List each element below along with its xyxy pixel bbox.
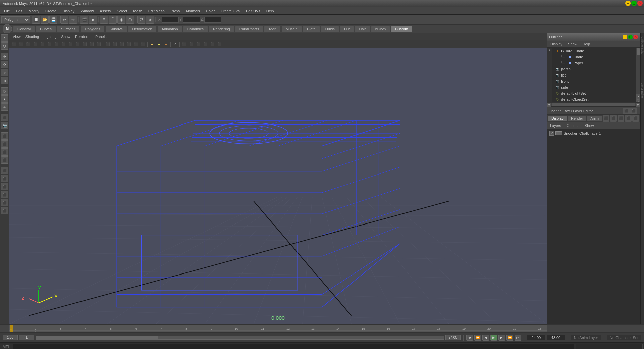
vp-icon-19[interactable]: ⬛ [140, 41, 146, 48]
shelf-tab-subdivs[interactable]: Subdivs [106, 26, 127, 32]
range-slider[interactable] [36, 336, 444, 340]
prev-key-button[interactable]: ⏪ [474, 335, 481, 341]
outliner-scrollbar[interactable]: ▼ ▽ [636, 48, 640, 102]
outliner-scroll-left[interactable]: ◀ [547, 103, 551, 107]
shelf-tab-muscle[interactable]: Muscle [282, 26, 302, 32]
vp-icon-14[interactable]: ⬛ [104, 41, 111, 48]
vp-icon-4[interactable]: ⬛ [32, 41, 39, 48]
vp-icon-light1[interactable]: ● [156, 41, 162, 48]
menu-item-window[interactable]: Window [78, 8, 96, 14]
menu-item-modify[interactable]: Modify [26, 8, 42, 14]
next-key-button[interactable]: ⏩ [506, 335, 513, 341]
vp-icon-light2[interactable]: ● [163, 41, 169, 48]
tool-21[interactable]: ⬛ [1, 199, 8, 206]
tool-18[interactable]: ⬛ [1, 175, 8, 182]
outliner-scroll-down[interactable]: ▼ [636, 94, 640, 98]
sculpt-tool[interactable]: ▲ [1, 95, 8, 103]
shelf-tab-painteffects[interactable]: PaintEffects [235, 26, 263, 32]
snap-curve-button[interactable]: ⌒ [109, 16, 117, 24]
cb-btn-2[interactable]: ⬛ [630, 108, 637, 114]
outliner-item-default-object-set[interactable]: ⬡ defaultObjectSet [552, 96, 636, 102]
shelf-tab-surfaces[interactable]: Surfaces [57, 26, 79, 32]
anim-end-field[interactable] [547, 335, 565, 340]
character-set-selector[interactable]: No Character Set [607, 335, 641, 340]
tool-20[interactable]: ⬛ [1, 191, 8, 198]
outliner-show-menu[interactable]: Show [566, 42, 579, 46]
maximize-button[interactable]: □ [631, 1, 637, 6]
close-button[interactable]: ✕ [637, 1, 643, 6]
tool-22[interactable]: ⬛ [1, 207, 8, 214]
outliner-maximize-button[interactable]: □ [628, 35, 633, 39]
tool-14[interactable]: ⬛ [1, 140, 8, 148]
render-button[interactable]: 🎬 [80, 16, 88, 24]
cb-btn-1[interactable]: ⬛ [623, 108, 630, 114]
vp-icon-22[interactable]: ⬛ [195, 41, 202, 48]
layer-row-snooker-chalk[interactable]: V Snooker_Chalk_layer1 [548, 130, 639, 136]
outliner-scroll-right[interactable]: ▶ [636, 103, 640, 107]
vp-icon-18[interactable]: ⬛ [132, 41, 139, 48]
outliner-item-paper[interactable]: └─ ◼ Paper [552, 60, 636, 66]
shelf-tab-cloth[interactable]: Cloth [303, 26, 320, 32]
menu-item-file[interactable]: File [1, 8, 13, 14]
vp-icon-7[interactable]: ⬛ [53, 41, 60, 48]
step-back-button[interactable]: ◀ [482, 335, 489, 341]
universal-tool[interactable]: ⊕ [1, 77, 8, 84]
menu-item-select[interactable]: Select [114, 8, 130, 14]
vp-icon-15[interactable]: ⬛ [111, 41, 118, 48]
select-tool[interactable]: ↖ [1, 34, 8, 42]
vp-icon-1[interactable]: ⬛ [11, 41, 17, 48]
cb-extra-btn-1[interactable]: ⬛ [603, 115, 609, 122]
outliner-scrollbar-thumb[interactable] [637, 48, 640, 55]
viewport-canvas[interactable]: X Y Z 0.000 [9, 48, 547, 324]
vp-icon-25[interactable]: ⬛ [216, 41, 223, 48]
menu-item-normals[interactable]: Normals [183, 8, 203, 14]
menu-item-help[interactable]: Help [264, 8, 277, 14]
cb-extra-btn-4[interactable]: ⬛ [625, 115, 632, 122]
scale-tool[interactable]: ⤢ [1, 69, 8, 76]
menu-item-edit[interactable]: Edit [13, 8, 25, 14]
camera-tool[interactable]: 📷 [1, 122, 8, 129]
minimize-button[interactable]: ─ [625, 1, 631, 6]
mode-selector[interactable]: Polygons Surfaces Dynamics Rendering Ani… [1, 16, 30, 23]
snap-grid-button[interactable]: ⊞ [100, 16, 108, 24]
range-start-field[interactable]: 1.00 [3, 335, 18, 340]
shelf-tab-fur[interactable]: Fur [340, 26, 354, 32]
tool-17[interactable]: ⬛ [1, 167, 8, 174]
menu-item-assets[interactable]: Assets [97, 8, 113, 14]
vp-icon-9[interactable]: ⬛ [67, 41, 74, 48]
lasso-tool[interactable]: ⬡ [1, 42, 8, 50]
menu-item-create-uvs[interactable]: Create UVs [218, 8, 243, 14]
anim-layer-selector[interactable]: No Anim Layer [571, 335, 601, 340]
menu-item-edit-uvs[interactable]: Edit UVs [243, 8, 263, 14]
vp-icon-16[interactable]: ⬛ [118, 41, 125, 48]
open-button[interactable]: 📂 [41, 16, 49, 24]
shelf-tab-animation[interactable]: Animation [158, 26, 182, 32]
shelf-tab-ncloth[interactable]: nCloth [371, 26, 390, 32]
cb-extra-btn-5[interactable]: ⬛ [632, 115, 639, 122]
snap-point-button[interactable]: ◉ [117, 16, 125, 24]
outliner-item-chalk[interactable]: └─ ◼ Chalk [552, 54, 636, 60]
vp-icon-2[interactable]: ⬛ [18, 41, 24, 48]
ipr-button[interactable]: ▶ [89, 16, 97, 24]
channel-box-tab-display[interactable]: Display [548, 116, 567, 121]
go-to-end-button[interactable]: ⏭ [515, 335, 521, 341]
save-button[interactable]: 💾 [49, 16, 57, 24]
x-field[interactable] [162, 17, 179, 23]
select-button[interactable]: ◈ [146, 16, 154, 24]
vp-icon-24[interactable]: ⬛ [209, 41, 216, 48]
outliner-minimize-button[interactable]: ─ [623, 35, 627, 39]
snap-surface-button[interactable]: ⬡ [126, 16, 134, 24]
outliner-scroll-bottom[interactable]: ▽ [636, 98, 640, 102]
shelf-tab-rendering[interactable]: Rendering [209, 26, 234, 32]
outliner-item-front[interactable]: 📷 front [552, 78, 636, 84]
redo-button[interactable]: ↪ [69, 16, 77, 24]
channel-box-tab-anim[interactable]: Anim [587, 116, 602, 121]
shading-menu[interactable]: Shading [23, 34, 41, 39]
vp-icon-20[interactable]: ⬛ [181, 41, 187, 48]
vp-icon-6[interactable]: ⬛ [46, 41, 53, 48]
vp-icon-13[interactable]: ⬛ [95, 41, 102, 48]
channel-box-tab-render[interactable]: Render [568, 116, 586, 121]
move-tool[interactable]: ✛ [1, 53, 8, 60]
menu-item-proxy[interactable]: Proxy [168, 8, 183, 14]
shelf-tab-deformation[interactable]: Deformation [128, 26, 156, 32]
